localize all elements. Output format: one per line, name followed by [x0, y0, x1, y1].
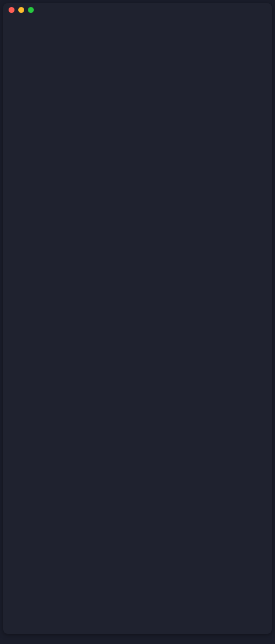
- close-icon[interactable]: [9, 7, 15, 13]
- code-window: [3, 3, 272, 634]
- minimize-icon[interactable]: [18, 7, 24, 13]
- window-titlebar: [3, 3, 272, 16]
- zoom-icon[interactable]: [28, 7, 34, 13]
